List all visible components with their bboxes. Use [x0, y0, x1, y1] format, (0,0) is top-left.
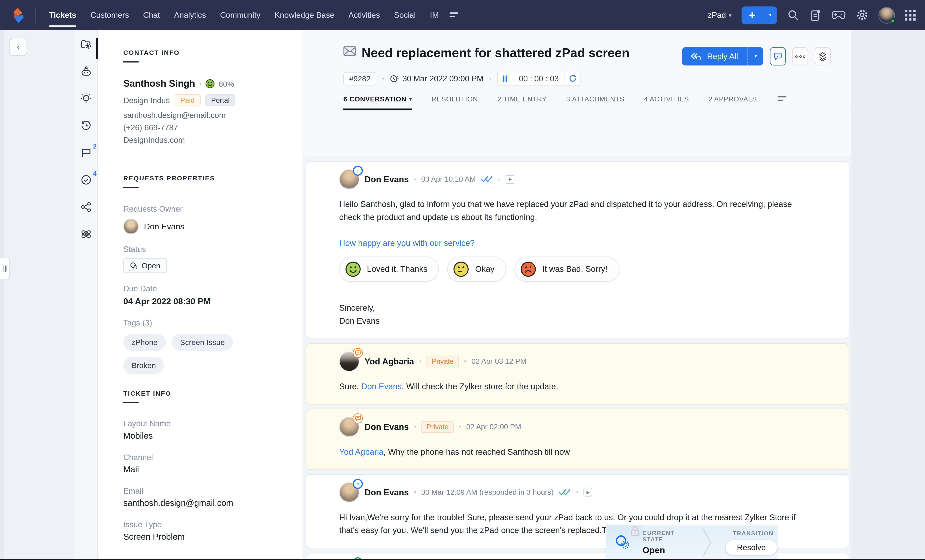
ticket-main-panel: Need replacement for shattered zPad scre…	[303, 30, 851, 560]
message-author[interactable]: Don Evans	[365, 175, 409, 184]
message-author[interactable]: Don Evans	[365, 488, 409, 497]
nav-item-tickets[interactable]: Tickets	[42, 0, 83, 30]
quick-add-button[interactable]: + ▾	[741, 6, 777, 24]
current-state-label: CURRENT STATE	[642, 530, 682, 543]
comment-bubble-icon	[773, 52, 782, 61]
tab-attachments[interactable]: 3 ATTACHMENTS	[566, 96, 624, 110]
tab-activities[interactable]: 4 ACTIVITIES	[644, 96, 689, 110]
message-time: 03 Apr 10:10 AM	[421, 175, 476, 184]
nav-item-chat[interactable]: Chat	[136, 0, 167, 30]
conversation-message: ↑ Don Evans 03 Apr 10:10 AM ▶ Hello Sant…	[306, 161, 850, 339]
contact-phone[interactable]: (+26) 669-7787	[123, 123, 289, 132]
message-time: 02 Apr 02:00 PM	[466, 423, 521, 431]
left-edge-strip	[0, 30, 4, 560]
due-date-value[interactable]: 04 Apr 2022 08:30 PM	[123, 297, 289, 306]
release-notes-icon[interactable]	[809, 9, 821, 22]
zia-bot-icon[interactable]	[80, 65, 92, 77]
tag-pill[interactable]: Broken	[123, 357, 164, 374]
layout-name-value[interactable]: Mobiles	[123, 431, 289, 440]
chevron-down-icon: ▾	[729, 12, 732, 18]
nav-item-customers[interactable]: Customers	[83, 0, 136, 30]
more-actions-button[interactable]	[792, 47, 808, 65]
ticket-queue-button[interactable]	[815, 47, 831, 65]
add-menu-caret-icon[interactable]: ▾	[763, 6, 777, 24]
survey-loved-it-button[interactable]: Loved it. Thanks	[339, 257, 439, 282]
outgoing-reply-badge-icon: ↑	[353, 479, 363, 489]
tag-pill[interactable]: zPhone	[123, 334, 166, 351]
message-body-text: Sure,	[339, 381, 362, 391]
nav-divider	[35, 7, 36, 23]
channel-value[interactable]: Mail	[123, 465, 289, 474]
survey-bad-button[interactable]: It was Bad. Sorry!	[515, 257, 619, 282]
message-signature: Don Evans	[339, 315, 814, 328]
created-time: 30 Mar 2022 09:00 PM	[402, 74, 484, 83]
blueprint-state-icon[interactable]	[615, 534, 631, 551]
time-tracker: 00 : 00 : 03	[497, 71, 580, 86]
resolve-transition-button[interactable]: Resolve	[725, 540, 777, 555]
comment-button[interactable]	[770, 47, 786, 65]
nav-item-knowledge-base[interactable]: Knowledge Base	[267, 0, 341, 30]
contact-email[interactable]: santhosh.design@email.com	[123, 111, 289, 120]
timer-pause-button[interactable]	[498, 72, 513, 86]
history-icon[interactable]	[80, 120, 92, 131]
nav-item-im[interactable]: IM	[423, 0, 446, 30]
user-avatar[interactable]	[878, 7, 895, 23]
reply-options-caret-icon[interactable]: ▾	[748, 47, 763, 65]
tab-time-entry[interactable]: 2 TIME ENTRY	[497, 96, 547, 110]
requests-owner-row[interactable]: Don Evans	[123, 219, 289, 234]
tag-pill[interactable]: Screen Issue	[172, 334, 233, 351]
nav-item-activities[interactable]: Activities	[342, 0, 387, 30]
ticket-id-badge[interactable]: #9282	[343, 72, 377, 85]
dot-separator	[577, 491, 578, 493]
add-icon[interactable]: +	[741, 6, 763, 24]
mention-link[interactable]: Don Evans.	[362, 381, 404, 391]
tabs-overflow-icon[interactable]	[777, 96, 787, 109]
ellipsis-icon	[795, 55, 805, 57]
private-comment: Don Evans Private 02 Apr 02:00 PM Yod Ag…	[306, 408, 850, 470]
email-value[interactable]: santhosh.design@gmail.com	[123, 498, 289, 508]
apps-grid-icon[interactable]	[905, 10, 916, 20]
reply-all-button[interactable]: Reply All ▾	[682, 47, 763, 65]
search-icon[interactable]	[787, 9, 799, 21]
contact-website[interactable]: DesignIndus.com	[123, 135, 289, 145]
approvals-icon[interactable]: 4	[80, 174, 92, 186]
ticket-properties-icon[interactable]	[80, 38, 92, 50]
current-state-section: CURRENT STATE Open	[642, 525, 682, 559]
more-modules-icon[interactable]	[449, 12, 459, 18]
online-status-dot	[890, 18, 896, 23]
survey-question-link[interactable]: How happy are you with our service?	[339, 238, 814, 248]
panel-resize-handle[interactable]	[0, 257, 10, 280]
flag-icon[interactable]: 2	[80, 147, 92, 158]
nav-item-social[interactable]: Social	[387, 0, 423, 30]
private-comment: Yod Agbaria Private 02 Apr 03:12 PM Sure…	[306, 343, 850, 405]
gamescope-icon[interactable]	[831, 10, 846, 20]
dot-separator	[464, 360, 466, 362]
message-time: 30 Mar 12:09 AM (responded in 3 hours)	[421, 488, 554, 497]
nav-item-community[interactable]: Community	[213, 0, 267, 30]
delivered-double-check-icon	[481, 176, 493, 183]
collapse-back-button[interactable]: ‹	[9, 38, 27, 56]
nav-item-analytics[interactable]: Analytics	[167, 0, 213, 30]
status-badge[interactable]: Open	[123, 258, 167, 273]
message-author[interactable]: Yod Agbaria	[365, 357, 414, 366]
tab-approvals[interactable]: 2 APPROVALS	[708, 96, 757, 110]
integrations-atom-icon[interactable]	[80, 228, 92, 240]
idea-bulb-icon[interactable]	[80, 93, 92, 104]
account-name[interactable]: Design Indus	[123, 96, 170, 105]
department-label: zPad	[708, 11, 726, 20]
timer-reset-icon[interactable]	[565, 72, 580, 86]
zoho-desk-logo-icon[interactable]	[11, 7, 26, 23]
tab-conversation[interactable]: 6 CONVERSATION ▾	[343, 96, 412, 110]
expand-message-icon[interactable]: ▶	[584, 488, 592, 497]
settings-gear-icon[interactable]	[856, 9, 868, 21]
department-selector[interactable]: zPad ▾	[708, 11, 732, 20]
contact-name[interactable]: Santhosh Singh	[123, 78, 195, 89]
share-icon[interactable]	[80, 201, 92, 213]
tab-resolution[interactable]: RESOLUTION	[432, 96, 478, 110]
message-author[interactable]: Don Evans	[365, 422, 409, 431]
mention-link[interactable]: Yod Agbaria	[339, 447, 384, 456]
conversation-list[interactable]: ↑ Don Evans 03 Apr 10:10 AM ▶ Hello Sant…	[303, 156, 851, 560]
survey-okay-button[interactable]: Okay	[447, 257, 506, 282]
issue-type-value[interactable]: Screen Problem	[123, 532, 289, 541]
expand-message-icon[interactable]: ▶	[506, 175, 515, 184]
